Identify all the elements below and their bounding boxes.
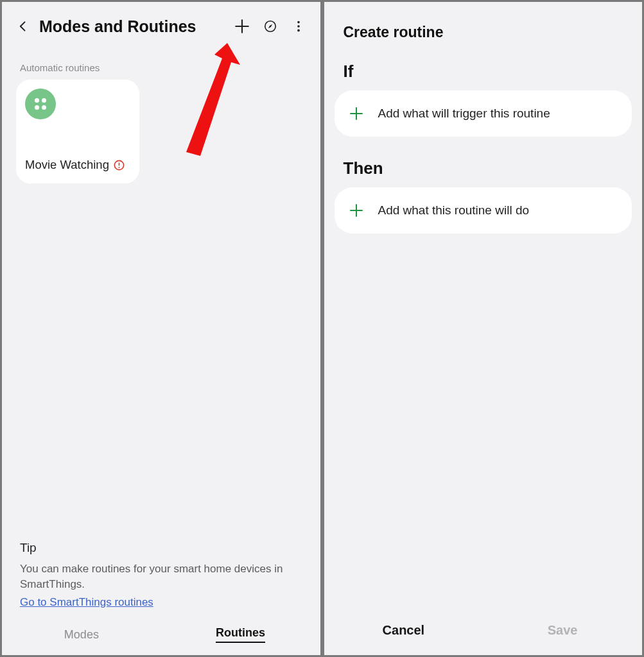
tab-modes-label: Modes [64,628,99,642]
add-then-text: Add what this routine will do [378,203,530,218]
tip-title: Tip [20,541,302,555]
routine-icon [25,89,56,119]
plus-icon [349,106,364,121]
warning-icon [113,159,125,171]
smartthings-routines-link[interactable]: Go to SmartThings routines [20,596,153,608]
automatic-routines-label: Automatic routines [2,43,320,80]
routines-list-screen: Modes and Routines Automatic routines Mo… [0,0,322,657]
discover-icon[interactable] [257,13,283,39]
more-options-icon[interactable] [286,13,311,39]
plus-icon [349,203,364,218]
svg-point-4 [297,21,300,24]
svg-point-9 [118,167,119,168]
svg-point-6 [297,30,300,32]
tab-modes[interactable]: Modes [2,614,161,655]
tab-routines-label: Routines [216,626,265,643]
save-button[interactable]: Save [483,605,642,655]
then-label: Then [324,137,643,187]
svg-marker-3 [268,24,272,28]
four-dots-icon [34,98,47,110]
routine-name: Movie Watching [25,158,109,172]
routine-card[interactable]: Movie Watching [16,80,139,183]
bottom-tab-bar: Modes Routines [2,614,320,655]
create-routine-footer: Cancel Save [324,605,643,655]
create-routine-title: Create routine [324,2,643,60]
add-if-condition-button[interactable]: Add what will trigger this routine [335,90,632,137]
svg-point-5 [297,25,300,28]
add-routine-button[interactable] [229,13,255,39]
back-icon[interactable] [11,14,35,38]
tip-block: Tip You can make routines for your smart… [2,541,320,609]
add-if-text: Add what will trigger this routine [378,107,550,121]
header-bar: Modes and Routines [2,2,320,43]
tip-body: You can make routines for your smart hom… [20,561,302,592]
if-label: If [324,60,643,90]
create-routine-screen: Create routine If Add what will trigger … [322,0,645,657]
add-then-action-button[interactable]: Add what this routine will do [335,187,632,234]
tab-routines[interactable]: Routines [161,614,320,655]
cancel-button[interactable]: Cancel [324,605,483,655]
page-title: Modes and Routines [39,17,196,36]
